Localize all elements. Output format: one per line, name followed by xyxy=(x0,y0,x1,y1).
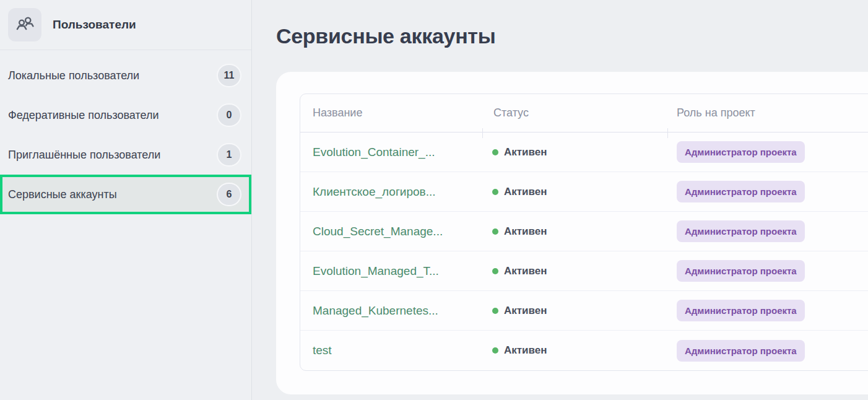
sidebar-header: Пользователи xyxy=(0,0,251,50)
sidebar-title: Пользователи xyxy=(53,18,136,32)
users-icon xyxy=(8,8,41,41)
table-row: Evolution_Managed_T... Активен Администр… xyxy=(300,251,868,291)
count-badge: 11 xyxy=(218,65,240,86)
sidebar-item-label: Локальные пользователи xyxy=(8,69,139,82)
status-dot xyxy=(492,228,498,235)
status-label: Активен xyxy=(504,186,547,198)
sidebar-item-invited-users[interactable]: Приглашённые пользователи 1 xyxy=(0,135,251,175)
table-header-row: Название Статус Роль на проект xyxy=(300,94,868,133)
status-label: Активен xyxy=(504,344,547,357)
account-name-link[interactable]: Evolution_Container_... xyxy=(300,146,482,159)
column-separator xyxy=(667,128,668,138)
account-name-link[interactable]: Managed_Kubernetes... xyxy=(300,304,482,318)
table-row: Cloud_Secret_Manage... Активен Администр… xyxy=(300,212,868,251)
status-label: Активен xyxy=(504,305,547,317)
role-cell: Администратор проекта xyxy=(667,220,868,242)
count-badge: 6 xyxy=(218,184,240,205)
status-cell: Активен xyxy=(482,186,667,198)
role-cell: Администратор проекта xyxy=(667,141,868,163)
status-cell: Активен xyxy=(482,265,667,277)
sidebar-item-federated-users[interactable]: Федеративные пользователи 0 xyxy=(0,95,251,135)
account-name-link[interactable]: test xyxy=(300,344,482,357)
status-cell: Активен xyxy=(482,344,667,357)
app-window: Пользователи Локальные пользователи 11 Ф… xyxy=(0,0,868,400)
status-cell: Активен xyxy=(482,305,667,317)
role-badge: Администратор проекта xyxy=(677,300,805,321)
table-row: Evolution_Container_... Активен Админист… xyxy=(300,133,868,172)
count-badge: 1 xyxy=(218,144,240,165)
sidebar-item-label: Сервисные аккаунты xyxy=(8,188,117,201)
status-label: Активен xyxy=(504,265,547,277)
account-name-link[interactable]: Cloud_Secret_Manage... xyxy=(300,225,482,238)
service-accounts-card: Название Статус Роль на проект Evolution… xyxy=(276,72,868,394)
role-badge: Администратор проекта xyxy=(677,181,805,202)
status-cell: Активен xyxy=(482,225,667,238)
role-badge: Администратор проекта xyxy=(677,141,805,163)
column-header-name: Название xyxy=(300,107,482,120)
count-badge: 0 xyxy=(218,105,240,126)
role-badge: Администратор проекта xyxy=(677,340,805,362)
service-accounts-table: Название Статус Роль на проект Evolution… xyxy=(300,93,868,371)
page-title: Сервисные аккаунты xyxy=(276,24,868,48)
sidebar-nav: Локальные пользователи 11 Федеративные п… xyxy=(0,50,251,214)
status-dot xyxy=(492,189,498,195)
column-header-role: Роль на проект xyxy=(667,107,868,120)
status-label: Активен xyxy=(504,225,547,238)
account-name-link[interactable]: Клиентское_логиров... xyxy=(300,185,482,199)
status-cell: Активен xyxy=(482,146,667,159)
role-cell: Администратор проекта xyxy=(667,181,868,202)
sidebar-item-local-users[interactable]: Локальные пользователи 11 xyxy=(0,56,251,95)
status-label: Активен xyxy=(504,146,547,159)
role-badge: Администратор проекта xyxy=(677,260,805,282)
account-name-link[interactable]: Evolution_Managed_T... xyxy=(300,264,482,278)
sidebar-item-service-accounts[interactable]: Сервисные аккаунты 6 xyxy=(0,175,251,214)
role-cell: Администратор проекта xyxy=(667,260,868,282)
table-row: test Активен Администратор проекта xyxy=(300,331,868,370)
status-dot xyxy=(492,347,498,354)
role-cell: Администратор проекта xyxy=(667,340,868,362)
status-dot xyxy=(492,308,498,314)
table-row: Клиентское_логиров... Активен Администра… xyxy=(300,172,868,212)
main-content: Сервисные аккаунты Название Статус Роль … xyxy=(252,0,868,400)
status-dot xyxy=(492,268,498,274)
sidebar-item-label: Федеративные пользователи xyxy=(8,109,158,122)
column-separator xyxy=(482,128,483,138)
status-dot xyxy=(492,149,498,155)
users-sidebar: Пользователи Локальные пользователи 11 Ф… xyxy=(0,0,252,400)
table-row: Managed_Kubernetes... Активен Администра… xyxy=(300,291,868,331)
role-badge: Администратор проекта xyxy=(677,220,805,242)
role-cell: Администратор проекта xyxy=(667,300,868,321)
column-header-status: Статус xyxy=(482,107,667,120)
sidebar-item-label: Приглашённые пользователи xyxy=(8,149,160,162)
